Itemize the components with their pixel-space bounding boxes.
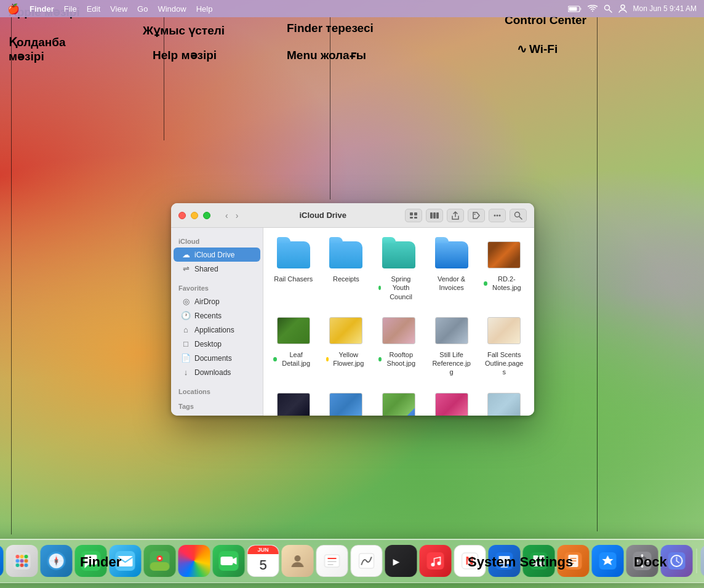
sidebar-item-documents[interactable]: 📄 Documents	[174, 351, 260, 365]
window-title: iCloud Drive	[246, 211, 400, 220]
minimize-button[interactable]	[191, 212, 198, 219]
sidebar-item-shared[interactable]: ⇌ Shared	[174, 262, 260, 276]
apple-menu-icon[interactable]: 🍎	[7, 3, 20, 15]
dock-item-system-settings[interactable]	[626, 545, 658, 577]
share-btn[interactable]	[447, 209, 464, 222]
launchpad-icon	[14, 552, 31, 570]
sidebar-item-applications[interactable]: ⌂ Applications	[174, 323, 260, 337]
dock-item-keynote[interactable]	[489, 545, 521, 577]
dock-item-contacts[interactable]	[282, 545, 314, 577]
back-button[interactable]: ‹	[223, 209, 231, 222]
messages-icon	[81, 551, 101, 571]
facetime-icon	[219, 551, 239, 571]
svg-rect-71	[540, 555, 545, 560]
svg-point-14	[494, 214, 496, 216]
sidebar-item-airdrop[interactable]: ◎ AirDrop	[174, 294, 260, 308]
maximize-button[interactable]	[203, 212, 210, 219]
calendar-month: JUN	[248, 546, 279, 554]
wifi-indicator[interactable]	[588, 5, 598, 12]
dock-item-finder[interactable]	[0, 545, 4, 577]
file-item-vendor[interactable]: Vendor & Invoices	[429, 235, 474, 304]
view-options-btn[interactable]	[405, 209, 422, 222]
dock-separator	[697, 549, 697, 573]
dock-item-mail[interactable]	[110, 545, 142, 577]
dock-item-freeform[interactable]	[351, 545, 383, 577]
file-item-receipts[interactable]: Receipts	[324, 235, 369, 304]
dock-item-trash[interactable]	[701, 545, 705, 577]
user-indicator[interactable]	[618, 4, 627, 13]
dock-item-calendar[interactable]: JUN 5	[247, 545, 279, 577]
status-dot-yellow	[326, 357, 329, 361]
file-item-rooftop[interactable]: Rooftop Shoot.jpg	[376, 311, 422, 379]
svg-point-53	[295, 555, 301, 562]
file-item-lone-pine[interactable]: Lone Pine.jpeg	[376, 387, 422, 416]
file-item-leaf[interactable]: Leaf Detail.jpg	[271, 311, 316, 379]
battery-icon	[568, 6, 582, 12]
file-item-mexico[interactable]: Mexico City.jpeg	[324, 387, 369, 416]
svg-rect-45	[118, 556, 133, 566]
tag-btn[interactable]	[468, 209, 485, 222]
search-indicator[interactable]	[604, 4, 612, 13]
file-item-fall-scents[interactable]: Fall Scents Outline.pages	[481, 311, 527, 379]
file-menu[interactable]: File	[64, 4, 77, 14]
recents-icon: 🕐	[181, 311, 191, 320]
shared-icon: ⇌	[181, 264, 191, 273]
file-item-yellow-flower[interactable]: Yellow Flower.jpg	[324, 311, 369, 379]
svg-point-15	[497, 214, 498, 216]
file-item-still-life[interactable]: Still Life Reference.jpg	[429, 311, 474, 379]
numbers-icon	[530, 552, 548, 570]
finder-menu[interactable]: Finder	[30, 4, 54, 14]
appstore-icon	[599, 552, 617, 570]
dock-item-news[interactable]: N	[454, 545, 486, 577]
grid-view-btn[interactable]	[426, 209, 443, 222]
dock-item-safari[interactable]	[41, 545, 73, 577]
dock-item-facetime[interactable]	[213, 545, 245, 577]
applications-icon: ⌂	[181, 325, 191, 334]
dock-item-messages[interactable]	[75, 545, 107, 577]
dock-item-reminders[interactable]	[316, 545, 348, 577]
dock-item-pages[interactable]	[558, 545, 590, 577]
go-menu[interactable]: Go	[137, 4, 148, 14]
close-button[interactable]	[178, 212, 186, 219]
search-menubar-icon	[604, 4, 612, 13]
help-menu[interactable]: Help	[196, 4, 213, 14]
svg-rect-66	[499, 556, 510, 564]
file-item-spring-youth[interactable]: Spring Youth Council	[376, 235, 422, 304]
dock-item-screentime[interactable]	[661, 545, 693, 577]
dock-item-maps[interactable]	[144, 545, 176, 577]
svg-line-4	[609, 10, 612, 12]
forward-button[interactable]: ›	[233, 209, 241, 222]
dock-item-appstore[interactable]	[592, 545, 624, 577]
edit-menu[interactable]: Edit	[87, 4, 100, 14]
dock-item-launchpad[interactable]	[6, 545, 38, 577]
calendar-date: 5	[259, 557, 266, 573]
dock-item-appletv[interactable]: ▶	[385, 545, 417, 577]
finder-window: ‹ › iCloud Drive	[171, 203, 534, 416]
sidebar-item-icloud-drive[interactable]: ☁ iCloud Drive	[174, 248, 260, 262]
sidebar-item-recents[interactable]: 🕐 Recents	[174, 308, 260, 323]
svg-point-34	[20, 563, 24, 567]
file-item-title-cover[interactable]: Title Cover.jpg	[271, 387, 316, 416]
dock-item-photos[interactable]	[178, 545, 210, 577]
file-item-rd-notes[interactable]: RD.2-Notes.jpg	[481, 235, 527, 304]
sidebar-item-desktop[interactable]: □ Desktop	[174, 337, 260, 351]
view-menu[interactable]: View	[110, 4, 127, 14]
file-item-pink[interactable]: Pink.jpeg	[429, 387, 474, 416]
file-item-skater[interactable]: Skater.jpeg	[481, 387, 527, 416]
sidebar-item-downloads[interactable]: ↓ Downloads	[174, 365, 260, 379]
file-item-rail-chasers[interactable]: Rail Chasers	[271, 235, 316, 304]
reminders-icon	[324, 552, 341, 570]
status-dot-green4	[378, 357, 382, 361]
dock-item-numbers[interactable]	[523, 545, 555, 577]
dock-item-music[interactable]	[420, 545, 452, 577]
icloud-drive-icon: ☁	[181, 250, 191, 259]
music-icon	[427, 552, 444, 570]
pages-icon	[565, 552, 582, 570]
svg-point-30	[16, 559, 20, 563]
more-btn[interactable]	[489, 209, 506, 222]
freeform-icon	[358, 552, 375, 570]
search-btn[interactable]	[510, 209, 527, 222]
window-menu[interactable]: Window	[158, 4, 186, 14]
svg-point-28	[20, 555, 24, 558]
window-content: iCloud ☁ iCloud Drive ⇌ Shared Favorites…	[171, 228, 534, 416]
